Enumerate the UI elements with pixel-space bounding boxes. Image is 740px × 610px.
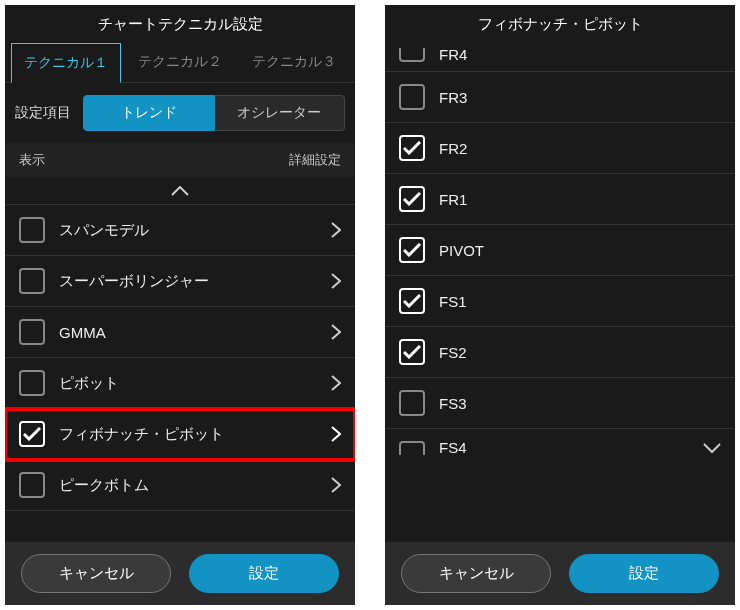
- item-label: ピークボトム: [59, 476, 317, 495]
- checkbox[interactable]: [19, 217, 45, 243]
- list-item[interactable]: FS3: [385, 378, 735, 429]
- header-display: 表示: [19, 151, 45, 169]
- list-header: 表示 詳細設定: [5, 143, 355, 177]
- item-label: FS2: [439, 344, 721, 361]
- item-label: FR1: [439, 191, 721, 208]
- checkbox[interactable]: [399, 288, 425, 314]
- tab-technical-1[interactable]: テクニカル１: [11, 43, 121, 83]
- list-item[interactable]: スパンモデル: [5, 205, 355, 256]
- check-icon: [403, 141, 421, 155]
- page-title: チャートテクニカル設定: [5, 5, 355, 42]
- confirm-button[interactable]: 設定: [569, 554, 719, 593]
- checkbox[interactable]: [399, 237, 425, 263]
- item-label: FS1: [439, 293, 721, 310]
- checkbox[interactable]: [399, 48, 425, 62]
- item-label: ピボット: [59, 374, 317, 393]
- segment-label: 設定項目: [15, 104, 75, 122]
- checkbox[interactable]: [19, 370, 45, 396]
- chevron-right-icon: [331, 324, 341, 340]
- chevron-right-icon: [331, 375, 341, 391]
- checkbox[interactable]: [19, 472, 45, 498]
- checkbox[interactable]: [399, 390, 425, 416]
- checkbox[interactable]: [399, 339, 425, 365]
- list-item[interactable]: FS2: [385, 327, 735, 378]
- chevron-right-icon: [331, 273, 341, 289]
- check-icon: [403, 192, 421, 206]
- chevron-right-icon: [331, 426, 341, 442]
- item-label: FS4: [439, 439, 689, 456]
- chevron-right-icon: [331, 222, 341, 238]
- footer: キャンセル 設定: [385, 542, 735, 605]
- checkbox[interactable]: [399, 84, 425, 110]
- check-icon: [403, 345, 421, 359]
- confirm-button[interactable]: 設定: [189, 554, 339, 593]
- list-item[interactable]: FS1: [385, 276, 735, 327]
- list-item[interactable]: FR3: [385, 72, 735, 123]
- check-icon: [23, 427, 41, 441]
- chevron-down-icon: [703, 443, 721, 453]
- item-label: FS3: [439, 395, 721, 412]
- settings-screen-fibonacci-pivot: フィボナッチ・ピボット FR4 FR3 FR2 FR1 PIVOT FS1 FS: [385, 5, 735, 605]
- settings-screen-technical: チャートテクニカル設定 テクニカル１ テクニカル２ テクニカル３ 設定項目 トレ…: [5, 5, 355, 605]
- segment-control: トレンド オシレーター: [83, 95, 345, 131]
- tab-technical-3[interactable]: テクニカル３: [239, 42, 349, 82]
- check-icon: [403, 243, 421, 257]
- list-item[interactable]: FR4: [385, 42, 735, 72]
- item-label: スーパーボリンジャー: [59, 272, 317, 291]
- segment-trend[interactable]: トレンド: [83, 95, 215, 131]
- item-label: GMMA: [59, 324, 317, 341]
- list-item[interactable]: FR2: [385, 123, 735, 174]
- footer: キャンセル 設定: [5, 542, 355, 605]
- segment-row: 設定項目 トレンド オシレーター: [5, 83, 355, 143]
- tab-technical-2[interactable]: テクニカル２: [125, 42, 235, 82]
- check-icon: [403, 294, 421, 308]
- checkbox[interactable]: [19, 319, 45, 345]
- item-label: FR3: [439, 89, 721, 106]
- indicator-list[interactable]: スパンモデル スーパーボリンジャー GMMA ピボット フィボナッチ・ピボット: [5, 177, 355, 542]
- cancel-button[interactable]: キャンセル: [21, 554, 171, 593]
- list-item[interactable]: PIVOT: [385, 225, 735, 276]
- cancel-button[interactable]: キャンセル: [401, 554, 551, 593]
- list-item[interactable]: ピークボトム: [5, 460, 355, 511]
- item-label: スパンモデル: [59, 221, 317, 240]
- checkbox[interactable]: [399, 135, 425, 161]
- list-item[interactable]: ピボット: [5, 358, 355, 409]
- checkbox[interactable]: [399, 441, 425, 455]
- list-item[interactable]: FR1: [385, 174, 735, 225]
- item-label: PIVOT: [439, 242, 721, 259]
- segment-oscillator[interactable]: オシレーター: [215, 95, 346, 131]
- item-label: FR2: [439, 140, 721, 157]
- technical-tabs: テクニカル１ テクニカル２ テクニカル３: [5, 42, 355, 83]
- header-detail: 詳細設定: [289, 151, 341, 169]
- checkbox[interactable]: [19, 268, 45, 294]
- list-item[interactable]: スーパーボリンジャー: [5, 256, 355, 307]
- list-item[interactable]: FS4: [385, 429, 735, 456]
- collapse-row[interactable]: [5, 177, 355, 205]
- item-label: フィボナッチ・ピボット: [59, 425, 317, 444]
- chevron-right-icon: [331, 477, 341, 493]
- level-list[interactable]: FR4 FR3 FR2 FR1 PIVOT FS1 FS2 FS3: [385, 42, 735, 542]
- chevron-up-icon: [171, 186, 189, 196]
- checkbox[interactable]: [399, 186, 425, 212]
- list-item[interactable]: GMMA: [5, 307, 355, 358]
- list-item-fibonacci-pivot[interactable]: フィボナッチ・ピボット: [5, 409, 355, 460]
- checkbox[interactable]: [19, 421, 45, 447]
- item-label: FR4: [439, 46, 721, 63]
- page-title: フィボナッチ・ピボット: [385, 5, 735, 42]
